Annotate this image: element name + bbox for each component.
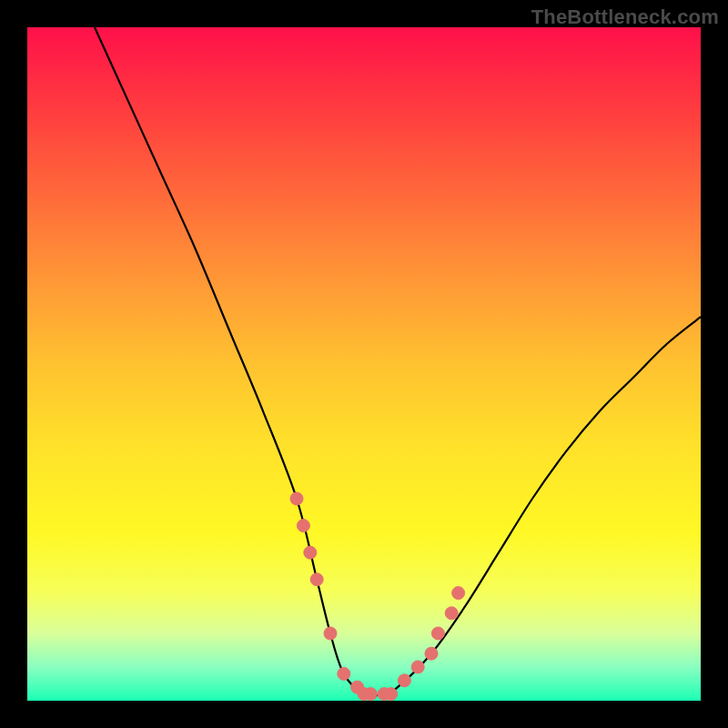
- curve-marker: [398, 674, 410, 687]
- curve-marker: [338, 667, 350, 680]
- curve-marker: [411, 661, 424, 673]
- curve-marker: [297, 520, 309, 532]
- curve-marker: [431, 627, 444, 640]
- curve-marker: [304, 546, 317, 559]
- curve-marker: [290, 492, 303, 505]
- chart-plot-area: [27, 27, 701, 701]
- curve-marker: [445, 607, 458, 620]
- curve-marker: [385, 688, 398, 701]
- watermark-label: TheBottleneck.com: [531, 5, 719, 29]
- curve-line: [95, 27, 701, 696]
- curve-marker: [310, 573, 323, 586]
- bottleneck-curve-chart: [27, 27, 701, 701]
- curve-markers: [290, 492, 465, 701]
- curve-marker: [452, 587, 465, 600]
- curve-marker: [324, 627, 337, 640]
- curve-marker: [425, 647, 438, 660]
- curve-marker: [364, 688, 377, 701]
